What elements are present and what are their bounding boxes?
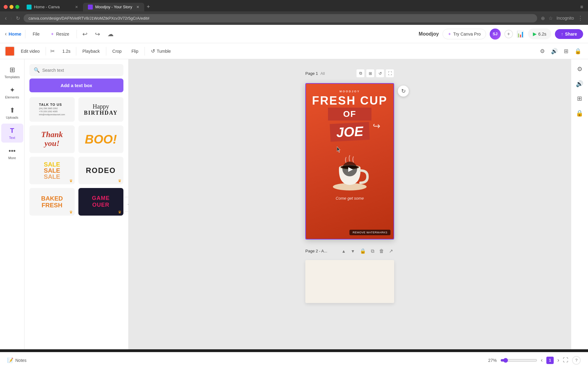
page1-toolbar-row: Page 1 All ⧉ ⊞ ↺ ⛶ [305, 69, 394, 78]
avatar[interactable]: SJ [490, 29, 501, 40]
edit-video-label: Edit video [21, 49, 40, 54]
canvas-page2[interactable] [305, 260, 394, 303]
remove-watermarks-button[interactable]: REMOVE WATERMARKS [349, 230, 390, 235]
search-input-wrap[interactable]: 🔍 [29, 64, 123, 76]
color-swatch[interactable] [5, 46, 15, 56]
text-template-game-over[interactable]: GAMEOUER ♛ [78, 188, 124, 216]
bookmarks-button[interactable]: ☆ [548, 15, 553, 21]
notes-label: Notes [15, 358, 27, 363]
text-template-boo[interactable]: BOO! [78, 125, 124, 153]
refresh-button[interactable]: ↻ [398, 86, 409, 97]
filter-button[interactable]: ⚙ [538, 46, 547, 56]
canvas-page1[interactable]: MOODJOY FRESH CUP OF JOE [305, 83, 394, 240]
tab-home[interactable]: Home - Canva ✕ [22, 3, 83, 11]
profile-button[interactable]: Incognito [556, 16, 574, 21]
page2-lock-button[interactable]: 🔒 [359, 247, 367, 255]
canvas-scroll[interactable]: Page 1 All ⧉ ⊞ ↺ ⛶ MOODJOY [129, 59, 571, 349]
crop-button[interactable]: Crop [109, 47, 125, 56]
page2-delete-button[interactable]: 🗑 [378, 247, 385, 255]
tumble-button[interactable]: ↺ Tumble [147, 46, 175, 56]
page2-chevron-down[interactable]: ▼ [349, 247, 356, 255]
cloud-save-button[interactable]: ☁ [106, 29, 115, 40]
minimize-traffic-light[interactable] [9, 5, 13, 9]
tab-close-home[interactable]: ✕ [75, 5, 78, 9]
url-bar[interactable]: canva.com/design/DAFNVetRTV8/J1WoMZtkPXc… [24, 14, 537, 22]
right-filter-button[interactable]: ⚙ [575, 63, 585, 75]
sidebar-item-elements[interactable]: ✦ Elements [1, 83, 23, 102]
video-play-button[interactable]: ▶ [342, 162, 357, 176]
play-button[interactable]: ▶ 6.2s [528, 29, 551, 39]
page2-share-button[interactable]: ↗ [388, 247, 394, 255]
lock-button[interactable]: 🔒 [573, 46, 583, 56]
try-canva-pro-button[interactable]: ✦ Try Canva Pro [443, 29, 486, 39]
scissors-button[interactable]: ✂ [48, 46, 57, 56]
page2-duplicate-button[interactable]: ⧉ [370, 247, 375, 255]
home-arrow-icon: ‹ [5, 31, 7, 37]
text-template-thank-you[interactable]: Thankyou! [29, 125, 75, 153]
edit-video-button[interactable]: Edit video [17, 47, 43, 56]
page1-grid-button[interactable]: ⊞ [366, 69, 375, 78]
playback-button[interactable]: Playback [79, 47, 104, 56]
help-button[interactable]: ? [572, 356, 581, 365]
page1-expand-button[interactable]: ⛶ [386, 69, 394, 78]
page1-animate-button[interactable]: ↺ [376, 69, 384, 78]
right-volume-button[interactable]: 🔊 [573, 78, 586, 90]
fullscreen-button[interactable]: ⛶ [563, 357, 568, 363]
new-tab-button[interactable]: + [144, 2, 153, 11]
analytics-button[interactable]: 📊 [517, 30, 524, 38]
redo-button[interactable]: ↪ [93, 29, 102, 40]
right-lock-button[interactable]: 🔒 [573, 107, 586, 119]
canvas-title-line1: FRESH CUP [312, 95, 388, 106]
file-button[interactable]: File [29, 30, 43, 38]
sidebar-item-more[interactable]: ••• More [1, 144, 23, 163]
browser-menu-button[interactable]: ≡ [580, 4, 583, 10]
tab-moodjoy[interactable]: Moodjoy - Your Story ✕ [83, 3, 144, 11]
canvas-title-line2-wrap: OF [328, 108, 372, 121]
share-button[interactable]: ↑ Share [555, 29, 583, 39]
page2-chevron-up[interactable]: ▲ [340, 247, 347, 255]
close-traffic-light[interactable] [4, 5, 8, 9]
right-grid-button[interactable]: ⊞ [575, 92, 585, 105]
panel-collapse-handle[interactable]: ‹ [125, 197, 129, 212]
page1-copy-button[interactable]: ⧉ [356, 69, 365, 78]
text-template-baked-fresh[interactable]: BAKEDFRESH ♛ [29, 188, 75, 216]
page-nav-prev[interactable]: ‹ [541, 357, 543, 363]
flip-button[interactable]: Flip [128, 47, 142, 56]
back-button[interactable]: ‹ [5, 15, 7, 21]
sidebar-item-templates[interactable]: ⊞ Templates [1, 63, 23, 82]
plus-button[interactable]: + [504, 30, 513, 38]
browser-options-button[interactable]: ⋮ [578, 15, 583, 21]
extensions-button[interactable]: ⊕ [541, 15, 545, 21]
grid-button[interactable]: ⊞ [562, 46, 570, 56]
zoom-percent-label: 27% [488, 358, 497, 363]
volume-button[interactable]: 🔊 [549, 46, 560, 56]
tab-close-moodjoy[interactable]: ✕ [136, 5, 139, 9]
text-template-sale[interactable]: SALE SALE SALE ♛ [29, 157, 75, 184]
page-nav-next[interactable]: › [557, 357, 559, 363]
resize-button[interactable]: ✦ Resize [47, 30, 73, 38]
home-button[interactable]: ‹ Home [5, 31, 21, 37]
canvas-area: Page 1 All ⧉ ⊞ ↺ ⛶ MOODJOY [129, 59, 571, 349]
notes-button[interactable]: 📝 Notes [7, 357, 27, 363]
file-label: File [33, 32, 40, 36]
text-template-talk[interactable]: TALK TO US (04) 298 3985 2092+76 209 109… [29, 97, 75, 122]
forward-button[interactable]: › [10, 15, 12, 21]
undo-button[interactable]: ↩ [81, 29, 89, 40]
baked-crown-icon: ♛ [69, 210, 73, 214]
duration-button[interactable]: 1.2s [59, 47, 73, 56]
playback-label: Playback [82, 49, 100, 54]
text-template-happy-birthday[interactable]: Happy BIRTHDAY [78, 97, 124, 122]
share-icon: ↑ [561, 32, 563, 36]
text-template-rodeo[interactable]: RODEO ♛ [78, 157, 124, 184]
uploads-icon: ⬆ [9, 106, 15, 114]
templates-icon: ⊞ [9, 66, 15, 74]
canvas-joe-text: JOE [330, 122, 370, 142]
add-textbox-button[interactable]: Add a text box [29, 79, 123, 92]
sidebar-item-uploads[interactable]: ⬆ Uploads [1, 103, 23, 122]
zoom-slider[interactable] [500, 358, 537, 363]
maximize-traffic-light[interactable] [15, 5, 19, 9]
sidebar-item-text[interactable]: T Text [1, 124, 23, 143]
search-input[interactable] [42, 68, 119, 73]
tab-label-home: Home - Canva [34, 5, 60, 9]
reload-button[interactable]: ↻ [16, 15, 20, 21]
